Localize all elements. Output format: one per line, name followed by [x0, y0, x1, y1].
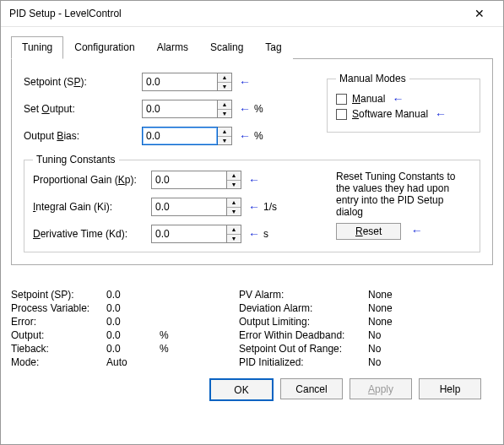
tab-configuration[interactable]: Configuration	[63, 36, 145, 59]
ki-spin-down[interactable]: ▼	[227, 208, 241, 216]
tab-strip: Tuning Configuration Alarms Scaling Tag	[11, 35, 493, 59]
setpoint-link-icon: ←	[239, 76, 251, 88]
status-right-table: PV Alarm:None Deviation Alarm:None Outpu…	[239, 289, 395, 370]
title-bar: PID Setup - LevelControl ✕	[1, 1, 503, 27]
output-bias-spin-down[interactable]: ▼	[218, 137, 231, 145]
ok-button[interactable]: OK	[209, 378, 274, 401]
setpoint-spin-up[interactable]: ▲	[218, 73, 231, 83]
kp-link-icon: ←	[248, 174, 260, 186]
tab-body-tuning: Setpoint (SP): ▲▼ ← Set Output: ▲▼ ← %	[11, 59, 493, 265]
output-bias-label: Output Bias:	[24, 130, 142, 142]
set-output-spin-up[interactable]: ▲	[218, 100, 231, 110]
setpoint-input[interactable]	[142, 73, 218, 91]
ki-label: Integral Gain (Ki):	[33, 201, 151, 213]
close-button[interactable]: ✕	[463, 2, 496, 25]
ki-unit: 1/s	[263, 201, 277, 213]
status-left-table: Setpoint (SP):0.0 Process Variable:0.0 E…	[11, 289, 171, 370]
manual-link-icon: ←	[392, 93, 404, 105]
tab-tag[interactable]: Tag	[254, 36, 292, 59]
manual-modes-legend: Manual Modes	[336, 73, 409, 84]
reset-note: Reset Tuning Constants to the values the…	[336, 171, 471, 218]
status-area: Setpoint (SP):0.0 Process Variable:0.0 E…	[11, 289, 493, 370]
manual-modes-group: Manual Modes Manual ← Software Manual ←	[327, 73, 480, 133]
dialog-button-bar: OK Cancel Apply Help	[11, 370, 493, 401]
tab-scaling[interactable]: Scaling	[199, 36, 254, 59]
set-output-unit: %	[254, 103, 263, 115]
tuning-constants-group: Tuning Constants Proportional Gain (Kp):…	[24, 154, 480, 252]
kp-input[interactable]	[151, 171, 227, 189]
kd-unit: s	[263, 228, 268, 240]
help-button[interactable]: Help	[419, 378, 481, 399]
software-manual-link-icon: ←	[435, 108, 447, 120]
tab-alarms[interactable]: Alarms	[146, 36, 199, 59]
set-output-label: Set Output:	[24, 103, 142, 115]
output-bias-link-icon: ←	[239, 130, 251, 142]
output-bias-unit: %	[254, 130, 263, 142]
ki-spin-up[interactable]: ▲	[227, 198, 241, 208]
software-manual-label: Software Manual	[352, 108, 428, 120]
tab-tuning[interactable]: Tuning	[11, 36, 63, 59]
software-manual-checkbox[interactable]	[336, 109, 347, 120]
apply-button[interactable]: Apply	[350, 378, 412, 399]
kd-spin-up[interactable]: ▲	[227, 225, 241, 235]
window-title: PID Setup - LevelControl	[9, 8, 463, 19]
reset-button[interactable]: Reset	[336, 223, 401, 240]
ki-link-icon: ←	[248, 201, 260, 213]
kd-input[interactable]	[151, 225, 227, 243]
kp-spin-up[interactable]: ▲	[227, 171, 241, 181]
set-output-link-icon: ←	[239, 103, 251, 115]
manual-label: Manual	[352, 93, 385, 105]
kp-label: Proportional Gain (Kp):	[33, 174, 151, 186]
tuning-constants-legend: Tuning Constants	[33, 154, 119, 166]
setpoint-spin-down[interactable]: ▼	[218, 83, 231, 91]
manual-checkbox[interactable]	[336, 94, 347, 105]
ki-input[interactable]	[151, 198, 227, 216]
set-output-input[interactable]	[142, 100, 218, 118]
setpoint-label: Setpoint (SP):	[24, 76, 142, 88]
output-bias-input[interactable]	[142, 127, 218, 145]
kd-link-icon: ←	[248, 228, 260, 240]
set-output-spin-down[interactable]: ▼	[218, 110, 231, 118]
reset-link-icon: ←	[411, 224, 423, 237]
cancel-button[interactable]: Cancel	[280, 378, 343, 399]
kd-label: Derivative Time (Kd):	[33, 228, 151, 240]
kp-spin-down[interactable]: ▼	[227, 181, 241, 189]
output-bias-spin-up[interactable]: ▲	[218, 128, 231, 137]
kd-spin-down[interactable]: ▼	[227, 235, 241, 243]
